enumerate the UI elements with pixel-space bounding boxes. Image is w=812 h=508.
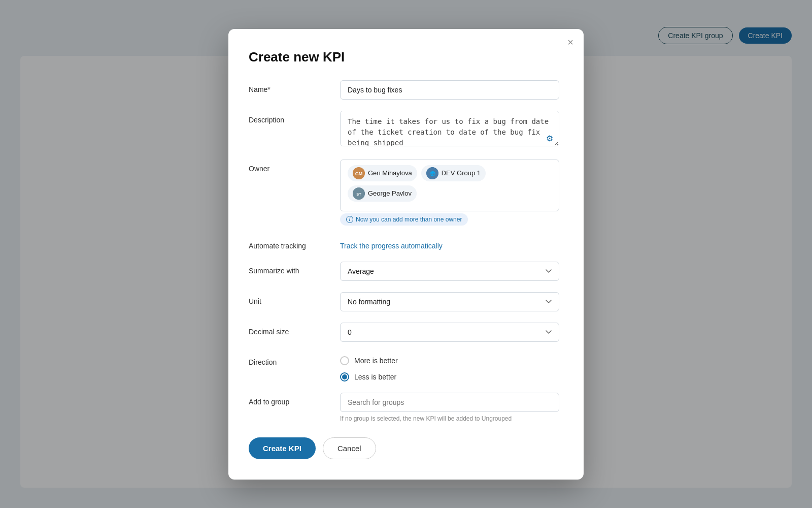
group-search-input[interactable] <box>340 393 559 412</box>
summarize-row: Summarize with Average Sum Min Max <box>249 262 559 281</box>
svg-text:ST: ST <box>356 192 361 196</box>
radio-less-better[interactable]: Less is better <box>340 372 559 382</box>
owner-tags-row2: ST George Pavlov <box>348 185 552 202</box>
owner-name-dev: DEV Group 1 <box>442 169 481 177</box>
owner-row: Owner GM Geri Mihaylova <box>249 160 559 226</box>
radio-dot-less <box>342 374 347 379</box>
avatar-george: ST <box>353 187 365 200</box>
owner-tags: GM Geri Mihaylova 🌐 DEV Group 1 <box>348 165 552 181</box>
description-row: Description The time it takes for us to … <box>249 111 559 148</box>
radio-circle-more <box>340 356 349 365</box>
svg-text:🌐: 🌐 <box>429 171 435 177</box>
group-control: If no group is selected, the new KPI wil… <box>340 393 559 422</box>
direction-control: More is better Less is better <box>340 353 559 382</box>
modal-close-button[interactable]: × <box>567 37 573 47</box>
unit-row: Unit No formatting Number Percentage Cur… <box>249 292 559 311</box>
radio-circle-less <box>340 372 349 382</box>
owner-tag-dev: 🌐 DEV Group 1 <box>421 165 486 181</box>
group-hint: If no group is selected, the new KPI wil… <box>340 415 559 422</box>
group-label: Add to group <box>249 393 330 406</box>
summarize-control: Average Sum Min Max <box>340 262 559 281</box>
direction-row: Direction More is better Less is better <box>249 353 559 382</box>
owner-name-george: George Pavlov <box>368 189 412 197</box>
name-label: Name* <box>249 80 330 93</box>
summarize-label: Summarize with <box>249 262 330 275</box>
summarize-select[interactable]: Average Sum Min Max <box>340 262 559 281</box>
owner-tag-george: ST George Pavlov <box>348 185 417 202</box>
direction-radio-group: More is better Less is better <box>340 353 559 382</box>
description-control: The time it takes for us to fix a bug fr… <box>340 111 559 148</box>
cancel-button[interactable]: Cancel <box>323 437 376 459</box>
radio-more-better[interactable]: More is better <box>340 356 559 365</box>
decimal-row: Decimal size 0 1 2 3 <box>249 323 559 342</box>
track-progress-link[interactable]: Track the progress automatically <box>340 237 443 250</box>
info-icon: i <box>346 216 353 223</box>
owner-control: GM Geri Mihaylova 🌐 DEV Group 1 <box>340 160 559 226</box>
avatar-dev: 🌐 <box>426 167 438 179</box>
decimal-label: Decimal size <box>249 323 330 336</box>
name-input[interactable] <box>340 80 559 100</box>
direction-label: Direction <box>249 353 330 366</box>
group-row: Add to group If no group is selected, th… <box>249 393 559 422</box>
modal-overlay: × Create new KPI Name* Description The t… <box>0 0 812 508</box>
unit-label: Unit <box>249 292 330 305</box>
owner-box[interactable]: GM Geri Mihaylova 🌐 DEV Group 1 <box>340 160 559 211</box>
description-input[interactable]: The time it takes for us to fix a bug fr… <box>340 111 559 146</box>
owner-tag-geri: GM Geri Mihaylova <box>348 165 417 181</box>
name-row: Name* <box>249 80 559 100</box>
create-kpi-modal: × Create new KPI Name* Description The t… <box>228 29 584 480</box>
modal-title: Create new KPI <box>249 49 559 65</box>
owner-info-badge: i Now you can add more than one owner <box>340 213 468 226</box>
modal-footer: Create KPI Cancel <box>249 437 559 459</box>
decimal-control: 0 1 2 3 <box>340 323 559 342</box>
description-expand-icon[interactable]: ⚙ <box>546 134 553 143</box>
unit-control: No formatting Number Percentage Currency <box>340 292 559 311</box>
name-control <box>340 80 559 100</box>
owner-info-text: Now you can add more than one owner <box>356 216 462 223</box>
svg-text:GM: GM <box>355 171 363 176</box>
unit-select[interactable]: No formatting Number Percentage Currency <box>340 292 559 311</box>
owner-label: Owner <box>249 160 330 173</box>
decimal-select[interactable]: 0 1 2 3 <box>340 323 559 342</box>
description-label: Description <box>249 111 330 124</box>
create-kpi-button[interactable]: Create KPI <box>249 437 316 459</box>
automate-label: Automate tracking <box>249 237 330 250</box>
radio-label-more: More is better <box>354 357 398 365</box>
automate-control: Track the progress automatically <box>340 237 559 250</box>
avatar-geri: GM <box>353 167 365 179</box>
owner-name-geri: Geri Mihaylova <box>368 169 412 177</box>
automate-row: Automate tracking Track the progress aut… <box>249 237 559 250</box>
radio-label-less: Less is better <box>354 373 396 381</box>
